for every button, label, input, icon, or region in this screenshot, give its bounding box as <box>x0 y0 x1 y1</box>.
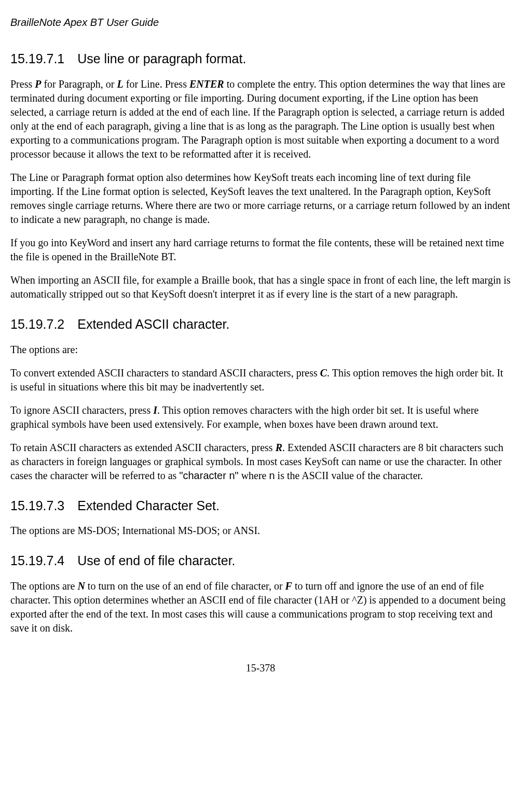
key-N: N <box>77 580 85 592</box>
key-R: R <box>276 442 282 453</box>
key-L: L <box>117 78 124 90</box>
key-I: I <box>153 404 157 416</box>
body-text: The options are N to turn on the use of … <box>10 579 511 635</box>
text: is the ASCII value of the character. <box>275 470 423 481</box>
section-title: Extended Character Set. <box>77 498 220 513</box>
body-text: The options are MS-DOS; International MS… <box>10 524 511 538</box>
text: Press <box>10 78 35 90</box>
body-text: To retain ASCII characters as extended A… <box>10 441 511 483</box>
section-number: 15.19.7.1 <box>10 50 64 68</box>
body-text: The options are: <box>10 343 511 357</box>
body-text: To convert extended ASCII characters to … <box>10 366 511 394</box>
body-text: When importing an ASCII file, for exampl… <box>10 273 511 301</box>
body-text: Press P for Paragraph, or L for Line. Pr… <box>10 77 511 161</box>
text: for Line. Press <box>124 78 189 90</box>
text: To ignore ASCII characters, press <box>10 404 153 416</box>
key-P: P <box>35 78 41 90</box>
section-heading-3: 15.19.7.3 Extended Character Set. <box>10 497 511 515</box>
text: To convert extended ASCII characters to … <box>10 367 320 379</box>
key-ENTER: ENTER <box>189 78 224 90</box>
section-title: Extended ASCII character. <box>77 317 229 331</box>
section-heading-2: 15.19.7.2 Extended ASCII character. <box>10 316 511 333</box>
page-footer: 15-378 <box>10 661 511 675</box>
text: where <box>239 470 269 481</box>
text: to complete the entry. This option deter… <box>10 78 505 160</box>
text: The options are <box>10 580 77 592</box>
text: To retain ASCII characters as extended A… <box>10 442 276 453</box>
section-title: Use line or paragraph format. <box>77 51 246 66</box>
literal-n: n <box>269 470 275 481</box>
section-number: 15.19.7.3 <box>10 497 64 515</box>
section-number: 15.19.7.2 <box>10 316 64 333</box>
section-title: Use of end of file character. <box>77 553 235 568</box>
text: to turn on the use of an end of file cha… <box>85 580 285 592</box>
body-text: To ignore ASCII characters, press I. Thi… <box>10 403 511 431</box>
section-number: 15.19.7.4 <box>10 552 64 570</box>
body-text: If you go into KeyWord and insert any ha… <box>10 236 511 264</box>
key-F: F <box>285 580 292 592</box>
body-text: The Line or Paragraph format option also… <box>10 171 511 227</box>
literal-character-n: "character n" <box>179 470 238 481</box>
text: for Paragraph, or <box>41 78 117 90</box>
section-heading-1: 15.19.7.1 Use line or paragraph format. <box>10 50 511 68</box>
key-C: C <box>320 367 327 379</box>
page-header: BrailleNote Apex BT User Guide <box>10 16 511 30</box>
section-heading-4: 15.19.7.4 Use of end of file character. <box>10 552 511 570</box>
